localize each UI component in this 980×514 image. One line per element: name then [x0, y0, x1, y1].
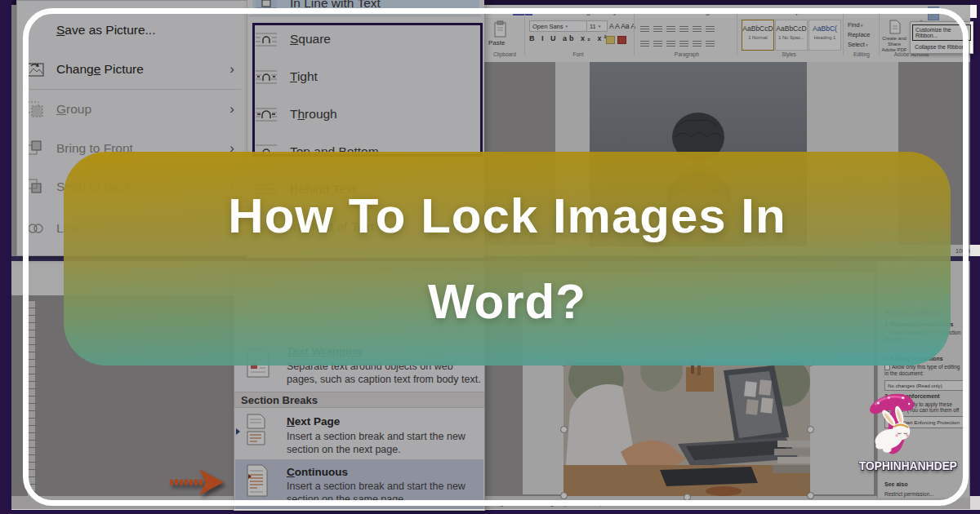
annotation-arrow-icon: [167, 465, 227, 498]
thumbnail-canvas: { "banner": {"line1": "How To Lock Image…: [0, 0, 980, 514]
logo-mascot-icon: [867, 392, 924, 460]
title-banner: How To Lock Images In Word?: [64, 152, 951, 366]
banner-title-line1: How To Lock Images In: [228, 173, 786, 259]
logo-text: TOPHINHANHDEP: [845, 459, 972, 472]
tophinhanhdep-logo: TOPHINHANHDEP: [840, 390, 977, 496]
banner-title-line2: Word?: [428, 259, 586, 344]
